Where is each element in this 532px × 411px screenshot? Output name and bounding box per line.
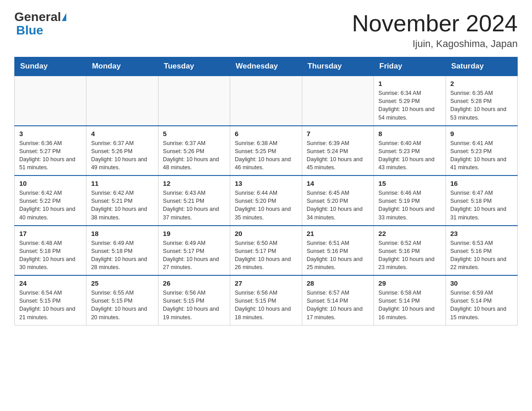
calendar-cell: 13Sunrise: 6:44 AMSunset: 5:20 PMDayligh…	[230, 176, 302, 226]
day-info: Sunrise: 6:53 AMSunset: 5:16 PMDaylight:…	[450, 239, 513, 272]
day-info: Sunrise: 6:47 AMSunset: 5:18 PMDaylight:…	[450, 189, 513, 222]
calendar-cell: 25Sunrise: 6:55 AMSunset: 5:15 PMDayligh…	[86, 275, 158, 325]
calendar-week-row: 1Sunrise: 6:34 AMSunset: 5:29 PMDaylight…	[15, 76, 518, 126]
day-info: Sunrise: 6:51 AMSunset: 5:16 PMDaylight:…	[307, 239, 369, 272]
day-info: Sunrise: 6:34 AMSunset: 5:29 PMDaylight:…	[378, 89, 441, 122]
day-number: 21	[307, 230, 369, 237]
weekday-header-monday: Monday	[86, 57, 158, 76]
day-info: Sunrise: 6:43 AMSunset: 5:21 PMDaylight:…	[163, 189, 225, 222]
calendar-week-row: 3Sunrise: 6:36 AMSunset: 5:27 PMDaylight…	[15, 126, 518, 176]
calendar-cell: 6Sunrise: 6:38 AMSunset: 5:25 PMDaylight…	[230, 126, 302, 176]
day-info: Sunrise: 6:36 AMSunset: 5:27 PMDaylight:…	[19, 139, 82, 172]
day-number: 27	[235, 279, 297, 287]
day-number: 19	[163, 230, 225, 237]
day-info: Sunrise: 6:37 AMSunset: 5:26 PMDaylight:…	[163, 139, 225, 172]
calendar-table: SundayMondayTuesdayWednesdayThursdayFrid…	[14, 57, 518, 325]
day-number: 23	[450, 230, 513, 237]
day-info: Sunrise: 6:44 AMSunset: 5:20 PMDaylight:…	[235, 189, 297, 222]
day-number: 11	[91, 180, 153, 187]
day-info: Sunrise: 6:37 AMSunset: 5:26 PMDaylight:…	[91, 139, 153, 172]
day-number: 17	[19, 230, 82, 237]
calendar-cell: 20Sunrise: 6:50 AMSunset: 5:17 PMDayligh…	[230, 226, 302, 276]
day-number: 7	[307, 130, 369, 137]
calendar-cell	[86, 76, 158, 126]
calendar-cell: 8Sunrise: 6:40 AMSunset: 5:23 PMDaylight…	[374, 126, 446, 176]
calendar-week-row: 10Sunrise: 6:42 AMSunset: 5:22 PMDayligh…	[15, 176, 518, 226]
calendar-cell: 19Sunrise: 6:49 AMSunset: 5:17 PMDayligh…	[158, 226, 230, 276]
day-info: Sunrise: 6:52 AMSunset: 5:16 PMDaylight:…	[378, 239, 441, 272]
calendar-cell: 9Sunrise: 6:41 AMSunset: 5:23 PMDaylight…	[446, 126, 517, 176]
day-number: 9	[450, 130, 513, 137]
day-number: 3	[19, 130, 82, 137]
weekday-header-wednesday: Wednesday	[230, 57, 302, 76]
day-info: Sunrise: 6:40 AMSunset: 5:23 PMDaylight:…	[378, 139, 441, 172]
calendar-cell: 10Sunrise: 6:42 AMSunset: 5:22 PMDayligh…	[15, 176, 86, 226]
logo-triangle-icon	[62, 13, 66, 21]
calendar-cell: 2Sunrise: 6:35 AMSunset: 5:28 PMDaylight…	[446, 76, 517, 126]
calendar-cell: 4Sunrise: 6:37 AMSunset: 5:26 PMDaylight…	[86, 126, 158, 176]
calendar-cell: 28Sunrise: 6:57 AMSunset: 5:14 PMDayligh…	[302, 275, 373, 325]
day-info: Sunrise: 6:58 AMSunset: 5:14 PMDaylight:…	[378, 289, 441, 321]
day-number: 8	[378, 130, 441, 137]
day-number: 15	[378, 180, 441, 187]
day-info: Sunrise: 6:50 AMSunset: 5:17 PMDaylight:…	[235, 239, 297, 272]
day-number: 6	[235, 130, 297, 137]
calendar-cell: 23Sunrise: 6:53 AMSunset: 5:16 PMDayligh…	[446, 226, 517, 276]
calendar-cell: 21Sunrise: 6:51 AMSunset: 5:16 PMDayligh…	[302, 226, 373, 276]
day-number: 25	[91, 279, 153, 287]
day-info: Sunrise: 6:49 AMSunset: 5:17 PMDaylight:…	[163, 239, 225, 272]
day-number: 22	[378, 230, 441, 237]
day-info: Sunrise: 6:46 AMSunset: 5:19 PMDaylight:…	[378, 189, 441, 222]
calendar-cell: 26Sunrise: 6:56 AMSunset: 5:15 PMDayligh…	[158, 275, 230, 325]
calendar-cell	[158, 76, 230, 126]
logo: General Blue	[14, 11, 67, 38]
calendar-cell: 3Sunrise: 6:36 AMSunset: 5:27 PMDaylight…	[15, 126, 86, 176]
day-info: Sunrise: 6:49 AMSunset: 5:18 PMDaylight:…	[91, 239, 153, 272]
day-info: Sunrise: 6:45 AMSunset: 5:20 PMDaylight:…	[307, 189, 369, 222]
day-number: 4	[91, 130, 153, 137]
calendar-week-row: 24Sunrise: 6:54 AMSunset: 5:15 PMDayligh…	[15, 275, 518, 325]
day-number: 5	[163, 130, 225, 137]
calendar-cell: 7Sunrise: 6:39 AMSunset: 5:24 PMDaylight…	[302, 126, 373, 176]
day-number: 30	[450, 279, 513, 287]
day-info: Sunrise: 6:42 AMSunset: 5:22 PMDaylight:…	[19, 189, 82, 222]
day-number: 26	[163, 279, 225, 287]
calendar-cell: 12Sunrise: 6:43 AMSunset: 5:21 PMDayligh…	[158, 176, 230, 226]
calendar-cell	[302, 76, 373, 126]
day-number: 24	[19, 279, 82, 287]
weekday-header-saturday: Saturday	[446, 57, 517, 76]
calendar-cell: 1Sunrise: 6:34 AMSunset: 5:29 PMDaylight…	[374, 76, 446, 126]
weekday-header-thursday: Thursday	[302, 57, 373, 76]
page-header: General Blue November 2024 Ijuin, Kagosh…	[14, 11, 518, 50]
day-number: 12	[163, 180, 225, 187]
day-number: 29	[378, 279, 441, 287]
day-info: Sunrise: 6:35 AMSunset: 5:28 PMDaylight:…	[450, 89, 513, 122]
calendar-cell	[230, 76, 302, 126]
calendar-cell: 29Sunrise: 6:58 AMSunset: 5:14 PMDayligh…	[374, 275, 446, 325]
day-info: Sunrise: 6:38 AMSunset: 5:25 PMDaylight:…	[235, 139, 297, 172]
calendar-cell: 5Sunrise: 6:37 AMSunset: 5:26 PMDaylight…	[158, 126, 230, 176]
day-number: 13	[235, 180, 297, 187]
logo-blue-text: Blue	[16, 23, 43, 37]
calendar-cell: 18Sunrise: 6:49 AMSunset: 5:18 PMDayligh…	[86, 226, 158, 276]
logo-general-text: General	[14, 11, 61, 23]
day-info: Sunrise: 6:59 AMSunset: 5:14 PMDaylight:…	[450, 289, 513, 321]
day-info: Sunrise: 6:56 AMSunset: 5:15 PMDaylight:…	[163, 289, 225, 321]
weekday-header-row: SundayMondayTuesdayWednesdayThursdayFrid…	[15, 57, 518, 76]
weekday-header-friday: Friday	[374, 57, 446, 76]
calendar-cell: 15Sunrise: 6:46 AMSunset: 5:19 PMDayligh…	[374, 176, 446, 226]
calendar-cell: 16Sunrise: 6:47 AMSunset: 5:18 PMDayligh…	[446, 176, 517, 226]
day-info: Sunrise: 6:41 AMSunset: 5:23 PMDaylight:…	[450, 139, 513, 172]
calendar-cell: 14Sunrise: 6:45 AMSunset: 5:20 PMDayligh…	[302, 176, 373, 226]
day-info: Sunrise: 6:55 AMSunset: 5:15 PMDaylight:…	[91, 289, 153, 321]
calendar-subtitle: Ijuin, Kagoshima, Japan	[352, 38, 518, 50]
day-info: Sunrise: 6:57 AMSunset: 5:14 PMDaylight:…	[307, 289, 369, 321]
day-info: Sunrise: 6:48 AMSunset: 5:18 PMDaylight:…	[19, 239, 82, 272]
calendar-cell: 17Sunrise: 6:48 AMSunset: 5:18 PMDayligh…	[15, 226, 86, 276]
day-number: 1	[378, 80, 441, 87]
day-info: Sunrise: 6:54 AMSunset: 5:15 PMDaylight:…	[19, 289, 82, 321]
day-number: 10	[19, 180, 82, 187]
weekday-header-sunday: Sunday	[15, 57, 86, 76]
day-number: 18	[91, 230, 153, 237]
calendar-cell: 22Sunrise: 6:52 AMSunset: 5:16 PMDayligh…	[374, 226, 446, 276]
